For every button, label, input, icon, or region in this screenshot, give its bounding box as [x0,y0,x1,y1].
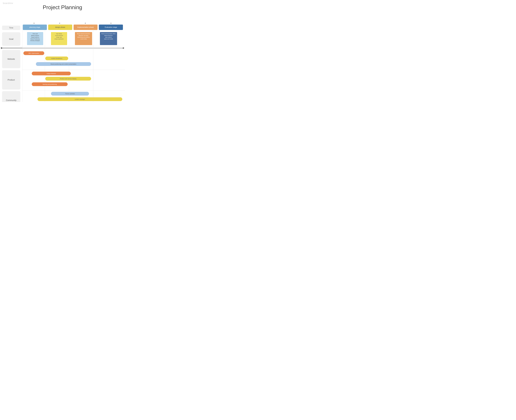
bar-content-strategy[interactable]: content strategyv [37,97,122,101]
community-label: Community [2,91,20,102]
grid-line-0 [22,25,22,102]
dot-evaluation [110,23,112,24]
bar-seo[interactable]: SEO Optimization [23,51,44,55]
divider-3 [22,90,125,91]
page-title: Project Planning [0,3,125,10]
watermark-top: boardmix [3,2,13,5]
bar-naming[interactable]: Naming and positioning [32,82,68,86]
goal-label: Goal [2,32,20,46]
bar-product-service[interactable]: Product and service display [45,77,91,81]
arrow-right [123,47,124,49]
product-label: Product [2,70,20,90]
goal-note-implementation: Brand material production Websites and a… [75,32,92,45]
phase-evaluation-header: Evaluation stage [99,25,123,30]
bar-unique-features[interactable]: unique features [32,72,71,75]
phase-design-header: design phase [48,25,72,30]
time-label: Time [2,26,20,30]
bar-mobile[interactable]: mobile friendliness [45,57,68,60]
dot-design [59,23,60,24]
goal-note-design: logo design visual elements image style … [51,32,67,45]
bar-brand-positioning[interactable]: Brand positioning and content presentati… [36,62,91,66]
divider-2 [22,70,125,70]
goal-note-evaluation: Brand communication effect Market Reacti… [100,32,117,45]
diagram-container: planning stage design phase Implementati… [0,10,125,102]
goal-note-planning: Clear goal Market analysis Target Audien… [27,32,43,45]
bar-theme-activities[interactable]: Theme activities [51,92,89,96]
dot-implementation [85,23,86,24]
phase-implementation-header: Implementation phase [74,25,98,30]
dot-planning [34,23,35,24]
website-label: Website [2,50,20,68]
phase-dots-row [0,23,125,24]
arrow-left [0,47,2,49]
phase-headers: planning stage design phase Implementati… [22,25,123,30]
phase-planning-header: planning stage [23,25,47,30]
